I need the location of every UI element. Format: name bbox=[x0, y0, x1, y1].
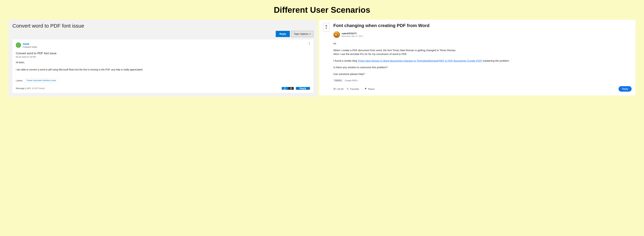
label-chip[interactable]: Power Automate Interface Issue bbox=[25, 78, 58, 83]
flag-icon bbox=[365, 88, 367, 90]
post-body: Hi team, I am able to convert a word to … bbox=[16, 61, 310, 72]
kudos-button[interactable] bbox=[282, 87, 288, 90]
username-link[interactable]: Awad bbox=[23, 43, 37, 45]
post-card: Awad Frequent Visitor Convert word to PD… bbox=[12, 40, 314, 93]
thread-title: Font changing when creating PDF from Wor… bbox=[333, 23, 632, 28]
post-body-line: Can someone please help? bbox=[333, 72, 632, 76]
post-body-line: Here I use the Acrobat Pro Dc for my con… bbox=[333, 52, 632, 56]
post-body-text: explaining the problem. bbox=[482, 59, 510, 62]
post-title: Convert word to PDF font issue bbox=[16, 52, 310, 55]
post-body: Hi, When I create a PDF document from wo… bbox=[333, 42, 632, 76]
message-info: Message 1 of 9 (4,163 Views) bbox=[16, 87, 45, 90]
thread-title: Convert word to PDF font issue bbox=[12, 23, 314, 29]
topic-options-label: Topic Options bbox=[294, 33, 308, 35]
translate-label: Translate bbox=[350, 88, 359, 90]
upvote-button[interactable]: 6 bbox=[323, 23, 330, 32]
avatar[interactable] bbox=[333, 31, 340, 38]
svg-point-0 bbox=[334, 89, 335, 89]
report-label: Report bbox=[368, 88, 375, 90]
post-body-line: Is there any solution to overcome this p… bbox=[333, 66, 632, 69]
message-of: of 9 bbox=[26, 87, 30, 90]
post-body-line: Hi team, bbox=[16, 61, 310, 64]
kudos-count: 0 bbox=[288, 87, 294, 90]
views-count: (4,163 Views) bbox=[31, 87, 45, 90]
related-blog-link[interactable]: Times New Roman in Word documents change… bbox=[358, 59, 482, 62]
panels-container: Convert word to PDF font issue Reply Top… bbox=[8, 20, 636, 97]
page-title: Different User Scenarios bbox=[8, 5, 636, 15]
reply-button[interactable]: Reply bbox=[276, 31, 290, 37]
views-value: 216.4K bbox=[337, 88, 344, 90]
post-body-text: I found a similar blog bbox=[333, 59, 358, 62]
translate-icon bbox=[346, 88, 349, 90]
caret-down-icon bbox=[310, 34, 311, 35]
kudos-button-group: 0 bbox=[282, 87, 294, 90]
upvote-arrow-icon bbox=[325, 25, 327, 26]
post-body-line: I am able to convert a word to pdf using… bbox=[16, 68, 310, 72]
eye-icon bbox=[333, 88, 336, 90]
views-count: 216.4K bbox=[333, 88, 344, 90]
post-body-line: Hi, bbox=[333, 42, 632, 46]
user-meta: New Here, Mar 27, 2017 bbox=[342, 35, 363, 37]
username-link[interactable]: rubir47570777 bbox=[342, 32, 363, 35]
post-menu-icon[interactable] bbox=[308, 42, 311, 45]
topics-badge: TOPICS bbox=[333, 79, 343, 82]
user-role: Frequent Visitor bbox=[23, 46, 37, 48]
message-prefix: Message bbox=[16, 87, 25, 90]
reply-button-card[interactable]: Reply bbox=[296, 87, 310, 90]
upvote-count: 6 bbox=[326, 27, 327, 30]
divider bbox=[362, 88, 362, 90]
report-button[interactable]: Report bbox=[365, 88, 375, 90]
forum-post-left: Convert word to PDF font issue Reply Top… bbox=[8, 20, 317, 97]
forum-post-right: 6 Font changing when creating PDF from W… bbox=[319, 20, 636, 95]
post-date: 08-18-2020 07:19 PM bbox=[16, 56, 310, 58]
topic-options-dropdown[interactable]: Topic Options bbox=[291, 31, 314, 37]
translate-button[interactable]: Translate bbox=[346, 88, 359, 90]
reply-button[interactable]: Reply bbox=[618, 86, 632, 92]
post-body-line: I found a similar blog Times New Roman i… bbox=[333, 59, 632, 63]
topics-value[interactable]: Create PDFs bbox=[345, 79, 358, 82]
labels-caption: Labels: bbox=[16, 79, 23, 82]
avatar[interactable] bbox=[16, 43, 21, 48]
thumbs-up-icon bbox=[284, 87, 286, 90]
post-body-line: When I create a PDF document from word, … bbox=[333, 48, 632, 52]
